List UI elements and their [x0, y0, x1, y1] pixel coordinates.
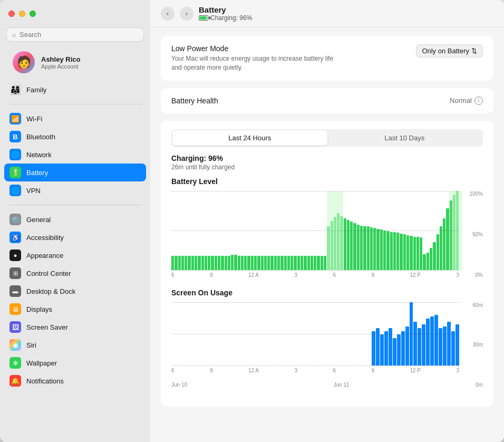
minimize-button[interactable]: [19, 11, 25, 17]
screen-x-labels: 6 9 12 A 3 6 9 12 P 3: [171, 368, 459, 373]
x-3a: 3: [294, 272, 297, 278]
battery-bar-64: [383, 230, 386, 270]
vpn-icon: 🌐: [9, 185, 21, 196]
battery-bar-33: [280, 256, 283, 270]
battery-bar-24: [251, 256, 254, 270]
siri-icon: ◉: [9, 339, 21, 351]
sidebar-item-vpn[interactable]: 🌐 VPN: [4, 181, 146, 199]
sgrid-bot: [171, 366, 459, 366]
x-3p: 3: [456, 272, 459, 278]
page-title: Battery: [199, 5, 252, 14]
sidebar-item-displays[interactable]: 🖥 Displays: [4, 300, 146, 318]
date-jun11: Jun 11: [334, 382, 350, 388]
tab-24h[interactable]: Last 24 Hours: [172, 130, 327, 146]
sidebar-item-accessibility[interactable]: ♿ Accessibility: [4, 228, 146, 246]
battery-bar-3: [181, 256, 184, 270]
battery-bar-45: [321, 256, 323, 270]
close-button[interactable]: [8, 11, 15, 17]
profile-item[interactable]: 🧑 Ashley Rico Apple Account: [4, 47, 146, 78]
charging-subtitle: Charging: 96%: [210, 14, 252, 22]
sidebar-item-controlcenter[interactable]: ⊞ Control Center: [4, 264, 146, 282]
screen-bar-56: [405, 326, 409, 366]
battery-bar-53: [347, 220, 350, 270]
x-9b: 9: [371, 272, 374, 278]
x-9a: 9: [210, 272, 213, 278]
x-12p: 12 P: [410, 272, 421, 278]
sidebar-item-siri[interactable]: ◉ Siri: [4, 336, 146, 354]
battery-bar-16: [225, 256, 227, 270]
battery-bar-63: [380, 229, 383, 270]
sx-12a: 12 A: [248, 368, 259, 373]
search-input[interactable]: [20, 31, 138, 39]
battery-bar-36: [290, 256, 293, 270]
search-bar[interactable]: ⌕: [6, 27, 144, 42]
sidebar-item-desktopndock[interactable]: ▬ Desktop & Dock: [4, 282, 146, 300]
low-power-select[interactable]: Only on Battery ⇅: [416, 44, 483, 57]
maximize-button[interactable]: [30, 11, 36, 17]
sidebar-label-appearance: Appearance: [26, 252, 63, 260]
battery-health-card: Battery Health Normal i: [161, 88, 493, 113]
screen-bar-55: [401, 331, 405, 366]
battery-bar-8: [198, 256, 200, 270]
info-button[interactable]: i: [474, 97, 483, 105]
battery-bar-47: [327, 226, 329, 270]
profile-text: Ashley Rico Apple Account: [41, 55, 80, 70]
screen-bar-52: [389, 328, 392, 365]
y-label-100: 100%: [462, 191, 483, 197]
battery-bar-81: [440, 226, 442, 270]
screen-bar-61: [426, 319, 430, 366]
sy-60m: 60m: [462, 302, 483, 308]
battery-bars: [171, 191, 459, 270]
sx-3p: 3: [456, 368, 459, 373]
battery-bar-5: [188, 256, 190, 270]
sidebar-item-wifi[interactable]: 📶 Wi-Fi: [4, 110, 146, 128]
forward-button[interactable]: ›: [180, 7, 193, 21]
sidebar-label-bluetooth: Bluetooth: [26, 133, 55, 141]
screen-bar-54: [397, 334, 401, 366]
screen-bar-64: [439, 328, 442, 365]
sidebar-item-network[interactable]: 🌐 Network: [4, 146, 146, 164]
battery-health-row: Battery Health Normal i: [171, 97, 483, 105]
battery-bar-22: [244, 256, 247, 270]
y-label-0: 0%: [462, 272, 483, 278]
profile-subtitle: Apple Account: [41, 63, 80, 70]
y-label-50: 50%: [462, 232, 483, 237]
battery-bar-61: [373, 228, 376, 270]
battery-bar-19: [234, 255, 237, 270]
battery-bar-83: [446, 208, 449, 270]
low-power-card: Low Power Mode Your Mac will reduce ener…: [161, 36, 493, 81]
battery-bar-44: [317, 256, 319, 270]
screen-usage-chart: 60m 30m 0m 6 9 12 A 3 6 9 12 P 3: [171, 302, 483, 388]
back-button[interactable]: ‹: [161, 7, 175, 21]
sidebar-item-family[interactable]: 👨‍👩‍👧 Family: [4, 81, 146, 99]
battery-bar-76: [423, 254, 425, 270]
sidebar-item-appearance[interactable]: ● Appearance: [4, 246, 146, 264]
screen-bar-59: [418, 328, 421, 365]
battery-bar-9: [201, 256, 204, 270]
sidebar-item-screensaver[interactable]: 🖼 Screen Saver: [4, 318, 146, 336]
title-block: Battery Charging: 96%: [199, 5, 252, 22]
usage-card: Last 24 Hours Last 10 Days Charging: 96%…: [161, 121, 493, 407]
battery-bar-68: [396, 233, 399, 270]
sidebar-item-bluetooth[interactable]: B Bluetooth: [4, 128, 146, 146]
battery-bar-58: [363, 226, 366, 270]
battery-bar-27: [261, 256, 264, 270]
battery-bar-57: [360, 226, 363, 270]
screen-bar-63: [434, 315, 438, 366]
bluetooth-icon: B: [9, 131, 21, 142]
sidebar-section-network: 📶 Wi-Fi B Bluetooth 🌐 Network 🔋 Battery …: [4, 110, 146, 199]
battery-health-label: Battery Health: [171, 97, 218, 105]
battery-bar-52: [344, 218, 346, 270]
sidebar-item-notifications[interactable]: 🔔 Notifications: [4, 372, 146, 390]
battery-bar-70: [403, 234, 406, 270]
battery-bar-51: [340, 216, 343, 270]
sidebar-item-wallpaper[interactable]: ❄ Wallpaper: [4, 354, 146, 372]
battery-bar-2: [178, 256, 181, 270]
sidebar-item-general[interactable]: ⚙️ General: [4, 210, 146, 228]
battery-bar-72: [410, 236, 412, 270]
tab-10d[interactable]: Last 10 Days: [327, 130, 482, 146]
sidebar-item-battery[interactable]: 🔋 Battery: [4, 164, 146, 181]
battery-bar-82: [443, 218, 445, 270]
battery-bar-20: [238, 256, 240, 270]
battery-bar-54: [350, 222, 353, 270]
